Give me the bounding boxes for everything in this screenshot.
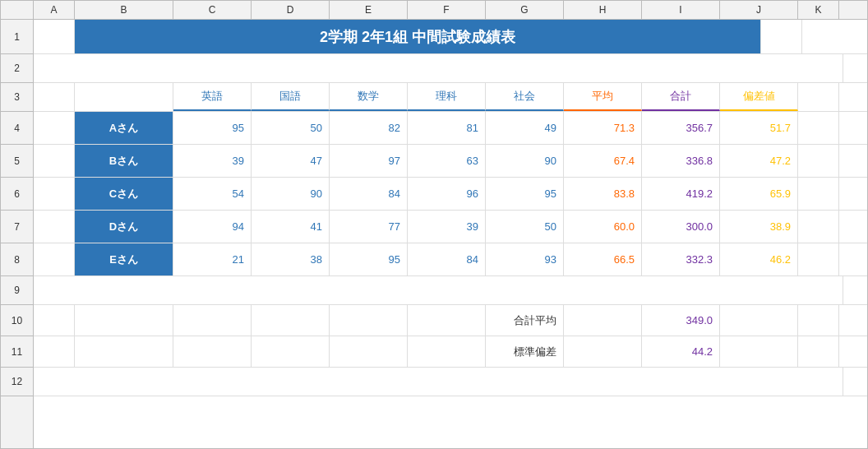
r5-average: 67.4 (564, 145, 642, 177)
r6-k (798, 178, 839, 210)
col-h: H (564, 1, 642, 19)
student-c-name: Cさん (75, 178, 173, 210)
r7-japanese: 41 (252, 211, 330, 243)
row-6: Cさん 54 90 84 96 95 83.8 (34, 178, 867, 211)
row-num-11: 11 (1, 336, 33, 368)
r8-math: 95 (330, 243, 408, 275)
row-num-10: 10 (1, 305, 33, 336)
header-english: 英語 (173, 83, 252, 111)
r8-average: 66.5 (564, 243, 642, 275)
r10-h (564, 305, 642, 336)
row-8: Eさん 21 38 95 84 93 66.5 (34, 243, 867, 276)
row-11: 標準偏差 44.2 (34, 336, 867, 368)
row-2 (34, 54, 867, 83)
spreadsheet: A B C D E F G H I J K 1 2 3 4 5 6 7 8 9 … (0, 0, 868, 449)
row-3-headers: 英語 国語 数学 理科 社会 平均 合計 (34, 83, 867, 112)
r7-deviation: 38.9 (720, 211, 798, 243)
r7-math: 77 (330, 211, 408, 243)
row-num-12: 12 (1, 368, 33, 396)
r11-k (798, 336, 839, 367)
r5-total: 336.8 (642, 145, 720, 177)
r4-deviation: 51.7 (720, 112, 798, 144)
r10-k (798, 305, 839, 336)
r10-e (330, 305, 408, 336)
row-num-5: 5 (1, 145, 33, 178)
r5-social: 90 (486, 145, 564, 177)
r6-a (34, 178, 75, 210)
col-f: F (408, 1, 486, 19)
r10-b (75, 305, 173, 336)
student-a-name: Aさん (75, 112, 173, 144)
header-science: 理科 (408, 83, 486, 111)
row-num-4: 4 (1, 112, 33, 145)
r8-total: 332.3 (642, 243, 720, 275)
r8-social: 93 (486, 243, 564, 275)
r5-a (34, 145, 75, 177)
r6-science: 96 (408, 178, 486, 210)
r5-math: 97 (330, 145, 408, 177)
r8-k (798, 243, 839, 275)
r3-a (34, 83, 75, 111)
r5-english: 39 (173, 145, 252, 177)
r10-j (720, 305, 798, 336)
r5-science: 63 (408, 145, 486, 177)
std-dev-label: 標準偏差 (486, 336, 564, 367)
r8-a (34, 243, 75, 275)
r11-a (34, 336, 75, 367)
r7-a (34, 211, 75, 243)
total-avg-value: 349.0 (642, 305, 720, 336)
row-num-3: 3 (1, 83, 33, 112)
row-1: 2学期 2年1組 中間試験成績表 (34, 20, 867, 54)
col-i: I (642, 1, 720, 19)
row-9 (34, 276, 867, 305)
row-num-8: 8 (1, 243, 33, 276)
r6-japanese: 90 (252, 178, 330, 210)
col-a: A (34, 1, 75, 19)
r7-science: 39 (408, 211, 486, 243)
row-num-1: 1 (1, 20, 33, 54)
r4-social: 49 (486, 112, 564, 144)
row-num-9: 9 (1, 276, 33, 305)
r10-c (173, 305, 252, 336)
r4-math: 82 (330, 112, 408, 144)
r11-f (408, 336, 486, 367)
r10-d (252, 305, 330, 336)
r6-average: 83.8 (564, 178, 642, 210)
r1-a (34, 20, 75, 53)
column-headers: A B C D E F G H I J K (1, 1, 867, 20)
r4-science: 81 (408, 112, 486, 144)
col-c: C (173, 1, 252, 19)
r10-f (408, 305, 486, 336)
row-7: Dさん 94 41 77 39 50 60.0 (34, 211, 867, 243)
r8-science: 84 (408, 243, 486, 275)
r4-total: 356.7 (642, 112, 720, 144)
row-numbers: 1 2 3 4 5 6 7 8 9 10 11 12 (1, 20, 34, 448)
r5-deviation: 47.2 (720, 145, 798, 177)
student-d-name: Dさん (75, 211, 173, 243)
r11-d (252, 336, 330, 367)
header-social: 社会 (486, 83, 564, 111)
std-dev-value: 44.2 (642, 336, 720, 367)
r3-b (75, 83, 173, 111)
r2-empty (34, 54, 843, 82)
title-cell: 2学期 2年1組 中間試験成績表 (75, 20, 761, 53)
student-e-name: Eさん (75, 243, 173, 275)
r5-k (798, 145, 839, 177)
total-avg-label: 合計平均 (486, 305, 564, 336)
r6-english: 54 (173, 178, 252, 210)
col-b: B (75, 1, 173, 19)
r4-english: 95 (173, 112, 252, 144)
r8-english: 21 (173, 243, 252, 275)
grid-area: 1 2 3 4 5 6 7 8 9 10 11 12 2学期 2年1組 中間試験… (1, 20, 867, 448)
r11-e (330, 336, 408, 367)
header-math: 数学 (330, 83, 408, 111)
r4-average: 71.3 (564, 112, 642, 144)
r7-social: 50 (486, 211, 564, 243)
col-d: D (252, 1, 330, 19)
grid-content: 2学期 2年1組 中間試験成績表 英語 国語 数学 (34, 20, 867, 448)
r4-a (34, 112, 75, 144)
r11-b (75, 336, 173, 367)
r1-k (761, 20, 802, 53)
corner-header (1, 1, 34, 19)
row-12 (34, 368, 867, 396)
